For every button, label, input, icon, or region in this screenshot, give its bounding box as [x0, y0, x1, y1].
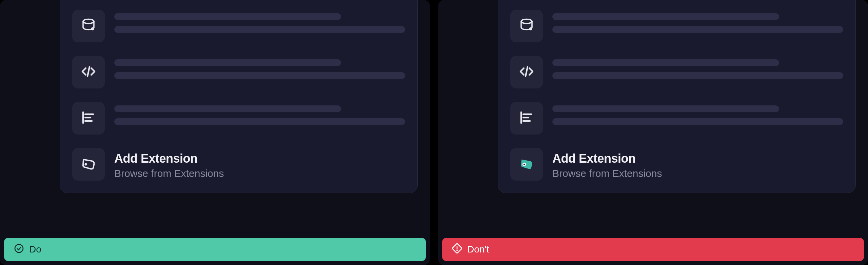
placeholder-title: [114, 13, 341, 20]
dont-label: Don't: [467, 244, 489, 255]
placeholder-title: [552, 59, 779, 66]
extension-icon-tile: [510, 10, 543, 42]
extension-outline-icon: [80, 156, 97, 173]
list-item[interactable]: [510, 56, 843, 88]
list-item[interactable]: [72, 102, 405, 135]
alert-diamond-icon: [452, 243, 462, 256]
extension-icon-tile: [72, 56, 105, 88]
svg-point-21: [457, 250, 457, 250]
placeholder-title: [552, 13, 779, 20]
cylinder-icon: [518, 17, 535, 35]
svg-point-11: [529, 27, 532, 30]
svg-point-10: [521, 19, 532, 24]
add-extension-subtitle: Browse from Extensions: [552, 168, 843, 179]
add-extension-icon-tile: [510, 148, 543, 181]
extension-icon-tile: [510, 56, 543, 88]
check-circle-icon: [14, 243, 24, 256]
add-extension-text: Add Extension Browse from Extensions: [552, 148, 843, 179]
code-icon: [518, 63, 535, 81]
add-extension-title: Add Extension: [552, 151, 843, 166]
placeholder-subtitle: [552, 118, 843, 125]
cylinder-icon: [80, 17, 97, 35]
add-extension-icon-tile: [72, 148, 105, 181]
svg-point-18: [524, 164, 525, 165]
list-item[interactable]: [72, 10, 405, 42]
list-item-text: [114, 10, 405, 39]
list-item[interactable]: [510, 102, 843, 135]
placeholder-title: [114, 59, 341, 66]
svg-point-1: [91, 27, 94, 30]
add-extension-row[interactable]: Add Extension Browse from Extensions: [510, 148, 843, 181]
placeholder-subtitle: [552, 72, 843, 79]
svg-line-2: [87, 67, 90, 76]
placeholder-title: [114, 105, 341, 112]
svg-point-0: [83, 19, 94, 24]
extension-list-card: Add Extension Browse from Extensions: [498, 0, 856, 193]
add-extension-text: Add Extension Browse from Extensions: [114, 148, 405, 179]
extension-icon-tile: [72, 102, 105, 135]
svg-line-12: [526, 67, 528, 76]
extension-icon-tile: [72, 10, 105, 42]
do-panel-body: Add Extension Browse from Extensions: [0, 0, 430, 234]
list-item-text: [552, 56, 843, 85]
dont-example-panel: Add Extension Browse from Extensions Don…: [438, 0, 868, 265]
list-item-text: [114, 102, 405, 131]
svg-point-8: [84, 163, 87, 165]
extension-colored-logo-icon: [518, 156, 535, 173]
placeholder-subtitle: [114, 26, 405, 33]
comparison-container: Add Extension Browse from Extensions Do: [0, 0, 868, 265]
code-icon: [80, 63, 97, 81]
placeholder-subtitle: [552, 26, 843, 33]
list-item-text: [552, 102, 843, 131]
bar-chart-icon: [518, 109, 535, 127]
placeholder-subtitle: [114, 118, 405, 125]
dont-status-bar: Don't: [442, 238, 864, 261]
add-extension-title: Add Extension: [114, 151, 405, 166]
do-example-panel: Add Extension Browse from Extensions Do: [0, 0, 430, 265]
do-label: Do: [29, 244, 41, 255]
add-extension-subtitle: Browse from Extensions: [114, 168, 405, 179]
placeholder-subtitle: [114, 72, 405, 79]
list-item-text: [552, 10, 843, 39]
list-item[interactable]: [510, 10, 843, 42]
list-item-text: [114, 56, 405, 85]
extension-icon-tile: [510, 102, 543, 135]
svg-point-9: [15, 244, 23, 252]
do-status-bar: Do: [4, 238, 426, 261]
list-item[interactable]: [72, 56, 405, 88]
extension-list-card: Add Extension Browse from Extensions: [60, 0, 418, 193]
bar-chart-icon: [80, 109, 97, 127]
placeholder-title: [552, 105, 779, 112]
dont-panel-body: Add Extension Browse from Extensions: [438, 0, 868, 234]
add-extension-row[interactable]: Add Extension Browse from Extensions: [72, 148, 405, 181]
